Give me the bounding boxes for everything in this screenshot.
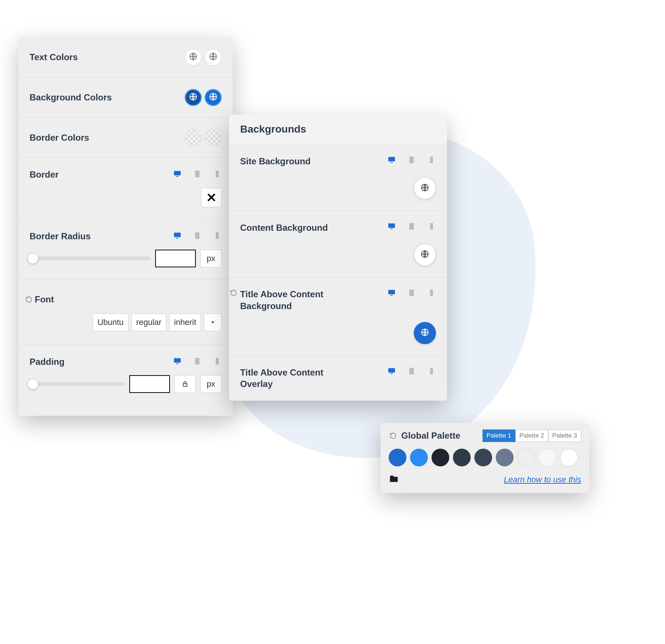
font-weight-select[interactable]: regular (132, 314, 166, 331)
padding-slider-row: px (18, 371, 233, 405)
color-swatch[interactable] (410, 449, 428, 466)
mobile-icon[interactable] (213, 357, 222, 367)
tablet-icon[interactable] (407, 288, 416, 299)
border-color-swatch-1[interactable] (185, 129, 202, 146)
color-swatch[interactable] (539, 449, 556, 466)
desktop-icon[interactable] (173, 169, 182, 180)
tablet-icon[interactable] (407, 155, 416, 166)
svg-rect-25 (430, 223, 433, 230)
svg-rect-9 (176, 238, 178, 239)
color-swatch[interactable] (517, 449, 535, 466)
mobile-icon[interactable] (427, 367, 436, 377)
font-family-select[interactable]: Ubuntu (93, 314, 129, 331)
svg-rect-33 (391, 373, 393, 374)
background-colors-row: Background Colors (18, 77, 233, 117)
globe-icon (420, 250, 429, 260)
svg-rect-24 (409, 223, 414, 230)
folder-icon[interactable] (389, 474, 399, 486)
svg-rect-32 (388, 368, 395, 373)
palette-swatches (389, 449, 581, 466)
border-radius-row: Border Radius (18, 219, 233, 246)
mobile-icon[interactable] (427, 222, 436, 232)
svg-rect-14 (195, 358, 200, 364)
svg-rect-11 (216, 232, 219, 239)
font-dropdown-caret[interactable] (204, 314, 222, 331)
text-colors-row: Text Colors (18, 37, 233, 77)
desktop-icon[interactable] (387, 222, 396, 232)
padding-unit[interactable]: px (200, 375, 222, 393)
border-color-swatch-2[interactable] (205, 129, 222, 146)
mobile-icon[interactable] (213, 169, 222, 180)
border-none-button[interactable]: ✕ (201, 188, 222, 207)
reset-icon[interactable] (229, 288, 238, 297)
background-color-button[interactable] (414, 244, 436, 266)
learn-how-link[interactable]: Learn how to use this (504, 475, 581, 484)
svg-rect-20 (430, 157, 433, 163)
palette-tab[interactable]: Palette 2 (515, 429, 548, 442)
border-radius-unit[interactable]: px (200, 250, 222, 267)
font-size-select[interactable]: inherit (169, 314, 201, 331)
padding-lock-button[interactable] (174, 375, 196, 393)
color-swatch[interactable] (453, 449, 471, 466)
color-swatch[interactable] (560, 449, 578, 466)
svg-rect-28 (391, 295, 393, 296)
background-color-button[interactable] (414, 177, 436, 199)
slider-thumb[interactable] (27, 253, 38, 264)
palette-tab[interactable]: Palette 1 (482, 429, 515, 442)
border-colors-row: Border Colors (18, 117, 233, 158)
desktop-icon[interactable] (173, 357, 182, 367)
mobile-icon[interactable] (213, 231, 222, 242)
border-colors-label: Border Colors (30, 133, 89, 143)
padding-input[interactable] (129, 375, 170, 393)
color-swatch[interactable] (389, 449, 406, 466)
reset-icon[interactable] (389, 431, 398, 440)
color-swatch[interactable] (496, 449, 514, 466)
svg-rect-19 (409, 157, 414, 163)
border-radius-slider-row: px (18, 246, 233, 280)
tablet-icon[interactable] (193, 357, 202, 367)
desktop-icon[interactable] (173, 231, 182, 242)
background-section-label: Content Background (240, 222, 328, 233)
globe-icon (209, 92, 218, 103)
tablet-icon[interactable] (407, 367, 416, 377)
padding-label: Padding (30, 357, 65, 367)
desktop-icon[interactable] (387, 155, 396, 166)
mobile-icon[interactable] (427, 155, 436, 166)
background-color-swatch-2[interactable] (205, 89, 222, 106)
background-color-button[interactable] (414, 322, 436, 344)
palette-tab[interactable]: Palette 3 (548, 429, 581, 442)
color-swatch[interactable] (474, 449, 492, 466)
globe-icon (209, 52, 218, 62)
border-radius-input[interactable] (155, 250, 196, 267)
svg-rect-4 (174, 171, 181, 175)
mobile-icon[interactable] (427, 288, 436, 299)
background-color-swatch-1[interactable] (185, 89, 202, 106)
style-settings-panel: Text Colors Background Colors (18, 37, 233, 416)
border-radius-slider[interactable] (30, 257, 151, 260)
svg-rect-30 (430, 290, 433, 296)
tablet-icon[interactable] (407, 222, 416, 232)
global-palette-title: Global Palette (401, 431, 460, 441)
tablet-icon[interactable] (193, 169, 202, 180)
slider-thumb[interactable] (27, 378, 38, 390)
font-label: Font (35, 294, 54, 305)
text-color-swatch-1[interactable] (185, 49, 202, 66)
border-row: Border (18, 158, 233, 184)
svg-rect-10 (195, 232, 200, 239)
svg-rect-27 (388, 290, 395, 294)
background-section-row: Title Above Content Background (229, 277, 447, 355)
svg-rect-7 (216, 171, 219, 177)
background-section-row: Title Above Content Overlay (229, 356, 447, 401)
color-swatch[interactable] (432, 449, 449, 466)
text-color-swatch-2[interactable] (205, 49, 222, 66)
desktop-icon[interactable] (387, 367, 396, 377)
desktop-icon[interactable] (387, 288, 396, 299)
padding-slider[interactable] (30, 382, 125, 386)
svg-rect-13 (176, 363, 178, 364)
tablet-icon[interactable] (193, 231, 202, 242)
device-icons (387, 155, 436, 166)
text-colors-label: Text Colors (30, 52, 78, 62)
background-section-label: Title Above Content Overlay (240, 367, 351, 390)
reset-icon[interactable] (24, 295, 33, 304)
svg-rect-6 (195, 171, 200, 177)
